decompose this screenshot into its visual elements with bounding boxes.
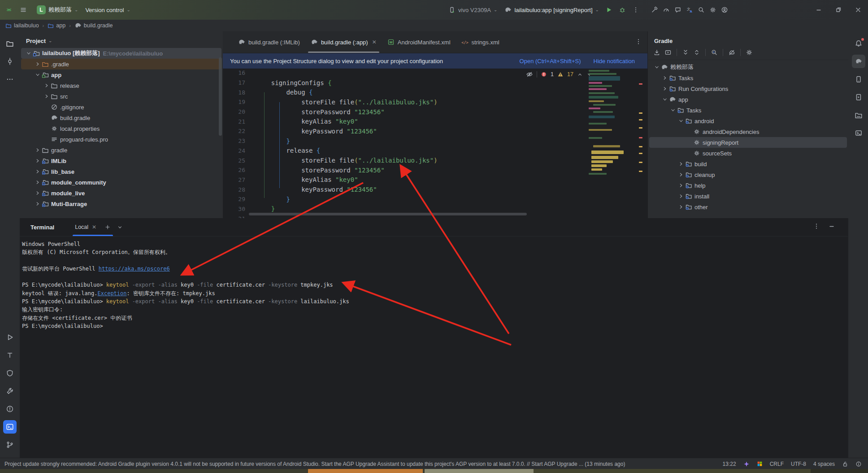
chevron-right-icon[interactable] (34, 201, 42, 207)
gradle-tree-item-tasks[interactable]: Tasks (649, 105, 847, 116)
project-scrollbar[interactable] (219, 57, 222, 136)
user-icon[interactable] (721, 6, 728, 13)
chevron-right-icon[interactable] (34, 168, 42, 175)
device-selector[interactable]: vivo V2309A ⌄ (445, 3, 501, 17)
project-tree-item-gradle[interactable]: gradle (21, 145, 221, 155)
terminal-tool-button[interactable] (3, 420, 17, 434)
close-button[interactable] (848, 0, 868, 20)
terminal-dropdown-icon[interactable] (117, 224, 123, 230)
chevron-right-icon[interactable] (677, 172, 685, 178)
gradle-tree-item-install[interactable]: install (649, 191, 847, 202)
project-panel-header[interactable]: Project ⌄ (20, 31, 223, 48)
run-button[interactable] (605, 6, 612, 13)
chevron-right-icon[interactable] (34, 179, 42, 185)
translate-icon[interactable]: 文A (686, 6, 693, 13)
collapse-all-icon[interactable] (693, 49, 700, 56)
gradle-tool-button[interactable] (852, 55, 865, 68)
code-line-18[interactable]: 18 debug { (223, 87, 647, 97)
code-line-22[interactable]: 22 keyPassword "123456" (223, 126, 647, 136)
running-devices-tool-button[interactable] (852, 90, 865, 104)
more-horizontal-tool-button[interactable] (3, 73, 17, 86)
gradle-tree-item-tasks[interactable]: Tasks (649, 73, 847, 83)
banner-hide-link[interactable]: Hide notification (594, 58, 635, 64)
terminal-tab-local[interactable]: Local ✕ (75, 224, 96, 230)
code-line-28[interactable]: 28 keyPassword "123456" (223, 185, 647, 194)
offline-mode-icon[interactable] (728, 49, 735, 56)
expand-all-icon[interactable] (682, 49, 689, 56)
run-tool-button[interactable] (3, 331, 17, 344)
inspection-widget[interactable]: 1 17 (522, 69, 596, 80)
run-task-icon[interactable] (664, 49, 672, 56)
git-tool-button[interactable] (3, 438, 17, 452)
chevron-down-icon[interactable] (661, 96, 669, 103)
project-tree-item-imlib[interactable]: IMLib (21, 155, 221, 166)
project-selector[interactable]: L 赖赖部落 ⌄ (33, 3, 82, 17)
code-line-21[interactable]: 21 keyAlias "key0" (223, 116, 647, 126)
project-tree-item-gitignore[interactable]: .gitignore (21, 102, 221, 112)
app-quality-insights-tool-button[interactable] (3, 366, 17, 380)
code-line-19[interactable]: 19 storeFile file("../lailaibuluo.jks") (223, 97, 647, 107)
code-line-25[interactable]: 25 storeFile file("../lailaibuluo.jks") (223, 155, 647, 165)
gradle-tree-item-android[interactable]: android (649, 116, 847, 126)
editor-tab-androidmanifest-xml[interactable]: MAndroidManifest.xml (382, 31, 456, 53)
project-tree-item-module-live[interactable]: module_live (21, 188, 221, 198)
code-line-20[interactable]: 20 storePassword "123456" (223, 107, 647, 117)
code-line-24[interactable]: 24 release { (223, 146, 647, 156)
project-tree-item-proguard-rules-pro[interactable]: proguard-rules.pro (21, 134, 221, 145)
chevron-down-icon[interactable] (34, 72, 42, 78)
terminal-options-icon[interactable] (813, 223, 820, 230)
build-hammer-icon[interactable] (651, 6, 658, 13)
chevron-right-icon[interactable] (661, 75, 669, 81)
banner-open-link[interactable]: Open (Ctrl+Alt+Shift+S) (520, 58, 581, 64)
sync-gradle-icon[interactable] (653, 49, 660, 56)
chevron-right-icon[interactable] (43, 82, 51, 89)
project-tree-item-gradle[interactable]: .gradle (21, 59, 221, 69)
previous-problem-icon[interactable] (577, 72, 583, 77)
chevron-down-icon[interactable] (677, 118, 685, 124)
more-actions-icon[interactable] (632, 6, 639, 13)
project-tree-item-module-community[interactable]: module_community (21, 177, 221, 188)
editor-tab-build-gradle-app[interactable]: build.gradle (:app)✕ (305, 31, 382, 53)
windows-defender-icon[interactable] (757, 461, 763, 467)
editor-tab-strings-xml[interactable]: </>strings.xml (456, 31, 505, 53)
warning-count[interactable]: 17 (567, 71, 573, 77)
breadcrumb-item-build-gradle[interactable]: build.gradle (74, 22, 113, 29)
project-folder-tool-button[interactable] (3, 37, 17, 50)
code-line-23[interactable]: 23 } (223, 136, 647, 146)
code-line-26[interactable]: 26 storePassword "123456" (223, 165, 647, 175)
search-icon[interactable] (698, 6, 705, 13)
gradle-tree-item-sourcesets[interactable]: sourceSets (649, 148, 847, 159)
gradle-tree-item-signingreport[interactable]: signingReport (649, 137, 847, 148)
project-tree-item-release[interactable]: release (21, 80, 221, 91)
gradle-settings-icon[interactable] (746, 49, 753, 56)
maximize-button[interactable] (829, 0, 848, 20)
close-icon[interactable]: ✕ (92, 224, 96, 230)
chevron-down-icon[interactable] (25, 50, 33, 56)
tab-options-icon[interactable] (635, 38, 642, 45)
error-count[interactable]: 1 (551, 71, 554, 77)
project-tree-item-build-gradle[interactable]: build.gradle (21, 112, 221, 123)
device-explorer-tool-button[interactable] (852, 108, 865, 122)
horizontal-scrollbar[interactable] (249, 213, 527, 215)
project-tree-item-lib-base[interactable]: lib_base (21, 166, 221, 177)
chevron-right-icon[interactable] (34, 61, 42, 67)
code-line-29[interactable]: 29 } (223, 194, 647, 204)
chevron-down-icon[interactable] (653, 64, 661, 70)
gradle-tree-item-androiddependencies[interactable]: androidDependencies (649, 126, 847, 137)
chevron-right-icon[interactable] (661, 86, 669, 92)
error-stripe[interactable] (639, 70, 643, 218)
gradle-tree-item-help[interactable]: help (649, 180, 847, 191)
code-editor[interactable]: 1617 signingConfigs {18 debug {19 storeF… (223, 68, 647, 218)
readonly-toggle-icon[interactable] (842, 461, 848, 467)
encoding-indicator[interactable]: UTF-8 (791, 461, 806, 467)
close-icon[interactable]: ✕ (372, 39, 377, 45)
problems-tool-button[interactable] (3, 402, 17, 416)
chevron-right-icon[interactable] (43, 93, 51, 99)
build-tool-button[interactable] (3, 384, 17, 398)
hide-terminal-icon[interactable] (828, 223, 835, 230)
code-line-27[interactable]: 27 keyAlias "key0" (223, 175, 647, 185)
breadcrumb-item-app[interactable]: app (48, 22, 65, 29)
project-tree-item-app[interactable]: app (21, 69, 221, 80)
run-configuration-selector[interactable]: lailaibuluo:app [signingReport] ⌄ (501, 3, 603, 17)
project-tree-item-lailaibuluo-赖赖部落[interactable]: lailaibuluo [赖赖部落]E:\mycode\lailaibuluo (21, 48, 221, 59)
